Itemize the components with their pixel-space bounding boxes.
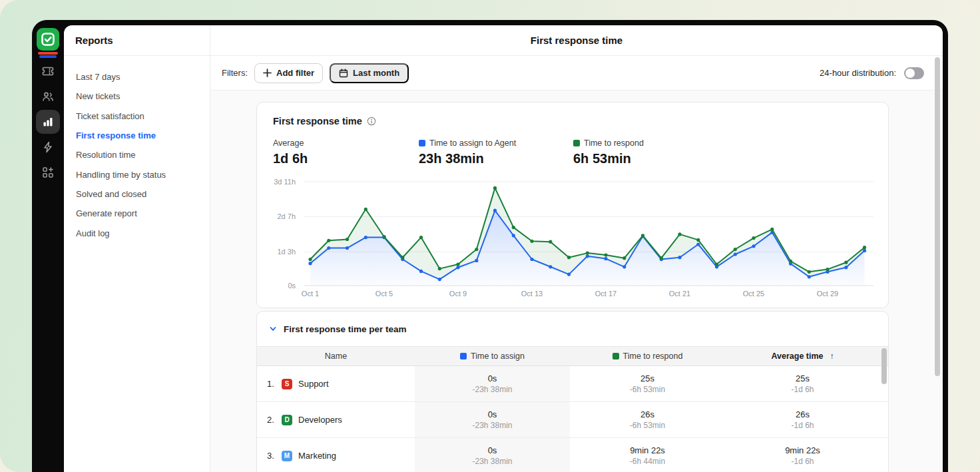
row-rank: 3. xyxy=(267,451,280,461)
average-delta: -1d 6h xyxy=(791,457,814,466)
app-rail xyxy=(32,20,64,472)
sidebar-item-last-7-days[interactable]: Last 7 days xyxy=(64,67,210,87)
reports-icon[interactable] xyxy=(36,110,60,134)
checkmark-icon xyxy=(41,32,55,47)
response-time-line-chart[interactable]: 0s1d 3h2d 7h3d 11hOct 1Oct 5Oct 9Oct 13O… xyxy=(257,171,889,304)
sidebar-item-generate-report[interactable]: Generate report xyxy=(64,204,210,223)
card-title: First response time xyxy=(273,116,362,126)
livechat-accent-blue xyxy=(39,55,57,58)
sidebar-item-audit-log[interactable]: Audit log xyxy=(64,223,210,242)
stat-respond-value: 6h 53min xyxy=(573,151,644,166)
distribution-label: 24-hour distribution: xyxy=(820,68,896,78)
table-row-support[interactable]: 1. S Support 0s -23h 38min 25s -6h 53min… xyxy=(257,366,888,402)
page-header: First response time xyxy=(210,25,943,56)
svg-text:1d 3h: 1d 3h xyxy=(277,248,296,256)
info-icon[interactable] xyxy=(367,117,376,126)
svg-text:Oct 17: Oct 17 xyxy=(595,290,616,298)
team-name: Support xyxy=(298,379,329,389)
stat-assign-value: 23h 38min xyxy=(419,151,516,166)
filters-bar: Filters: Add filter Last month 24-hour d… xyxy=(210,56,943,91)
toggle-knob xyxy=(905,69,915,78)
svg-text:0s: 0s xyxy=(288,282,296,290)
reports-sidebar: Reports Last 7 days New tickets Ticket s… xyxy=(64,25,210,472)
svg-text:2d 7h: 2d 7h xyxy=(277,212,296,220)
sidebar-item-solved-and-closed[interactable]: Solved and closed xyxy=(64,184,210,204)
svg-text:Oct 5: Oct 5 xyxy=(375,290,393,298)
column-header-time-to-assign[interactable]: Time to assign xyxy=(415,352,570,361)
date-range-button[interactable]: Last month xyxy=(330,63,409,83)
sidebar-item-new-tickets[interactable]: New tickets xyxy=(64,87,210,106)
assign-value: 0s xyxy=(488,445,497,455)
svg-text:Oct 29: Oct 29 xyxy=(817,290,838,298)
respond-delta: -6h 44min xyxy=(630,457,665,466)
average-delta: -1d 6h xyxy=(791,385,814,394)
assign-delta: -23h 38min xyxy=(472,421,512,430)
helpdesk-logo-icon[interactable] xyxy=(37,28,59,51)
stat-time-to-assign: Time to assign to Agent 23h 38min xyxy=(419,138,516,166)
stat-assign-label: Time to assign to Agent xyxy=(429,138,516,148)
average-value: 25s xyxy=(796,373,810,383)
average-value: 9min 22s xyxy=(785,445,820,455)
respond-delta: -6h 53min xyxy=(630,421,665,430)
per-team-title: First response time per team xyxy=(284,324,407,334)
team-avatar: D xyxy=(282,415,292,425)
app-window: Reports Last 7 days New tickets Ticket s… xyxy=(32,20,948,472)
sidebar-item-resolution-time[interactable]: Resolution time xyxy=(64,145,210,164)
report-content: First response time Average 1d 6h Time t… xyxy=(210,91,943,472)
legend-square-respond xyxy=(573,140,580,146)
stat-respond-label: Time to respond xyxy=(584,138,644,148)
livechat-accent-red xyxy=(38,52,58,55)
sidebar-item-handling-time-by-status[interactable]: Handling time by status xyxy=(64,164,210,184)
svg-text:Oct 21: Oct 21 xyxy=(669,290,690,298)
assign-delta: -23h 38min xyxy=(472,385,512,394)
table-row-developers[interactable]: 2. D Developers 0s -23h 38min 26s -6h 53… xyxy=(257,402,888,438)
svg-text:3d 11h: 3d 11h xyxy=(274,178,296,186)
team-avatar: S xyxy=(282,379,292,389)
reports-panel-title: Reports xyxy=(64,25,210,56)
legend-square-respond-col xyxy=(612,353,619,359)
per-team-section-header[interactable]: First response time per team xyxy=(257,312,888,346)
per-team-card: First response time per team Name Time t… xyxy=(256,311,889,472)
page-title: First response time xyxy=(531,35,622,46)
svg-text:Oct 13: Oct 13 xyxy=(521,290,543,298)
assign-value: 0s xyxy=(488,373,497,383)
stat-time-to-respond: Time to respond 6h 53min xyxy=(573,138,644,166)
svg-text:Oct 9: Oct 9 xyxy=(449,290,467,298)
table-scrollbar[interactable] xyxy=(881,348,887,384)
apps-icon[interactable] xyxy=(36,160,60,184)
column-header-average-time[interactable]: Average time ↑ xyxy=(725,352,880,361)
respond-value: 9min 22s xyxy=(630,445,665,455)
sort-asc-icon: ↑ xyxy=(830,352,834,361)
row-rank: 1. xyxy=(267,379,280,389)
team-table-header: Name Time to assign Time to respond Aver… xyxy=(257,346,888,366)
distribution-toggle[interactable] xyxy=(904,67,924,79)
automations-icon[interactable] xyxy=(36,135,60,159)
page-scrollbar[interactable] xyxy=(935,57,940,376)
calendar-icon xyxy=(339,69,348,78)
column-header-time-to-respond[interactable]: Time to respond xyxy=(570,352,725,361)
team-avatar: M xyxy=(282,451,292,461)
respond-value: 25s xyxy=(640,373,654,383)
reports-nav: Last 7 days New tickets Ticket satisfact… xyxy=(64,56,210,243)
svg-text:Oct 25: Oct 25 xyxy=(743,290,764,298)
chevron-down-icon xyxy=(269,325,277,333)
team-icon[interactable] xyxy=(36,85,60,109)
stat-average: Average 1d 6h xyxy=(273,138,308,166)
svg-text:Oct 1: Oct 1 xyxy=(302,290,319,298)
stat-average-value: 1d 6h xyxy=(273,151,308,166)
plus-icon xyxy=(263,69,272,77)
main-area: First response time Filters: Add filter … xyxy=(210,25,943,472)
add-filter-button[interactable]: Add filter xyxy=(254,63,323,83)
sidebar-item-first-response-time[interactable]: First response time xyxy=(64,126,210,145)
tickets-icon[interactable] xyxy=(36,59,60,83)
team-name: Marketing xyxy=(298,451,336,461)
row-rank: 2. xyxy=(267,415,280,425)
assign-delta: -23h 38min xyxy=(472,457,512,466)
assign-value: 0s xyxy=(488,409,497,419)
table-row-marketing[interactable]: 3. M Marketing 0s -23h 38min 9min 22s -6… xyxy=(257,438,888,472)
stat-average-label: Average xyxy=(273,138,304,148)
sidebar-item-ticket-satisfaction[interactable]: Ticket satisfaction xyxy=(64,107,210,126)
respond-value: 26s xyxy=(640,409,654,419)
column-header-name[interactable]: Name xyxy=(257,352,415,361)
legend-square-assign-col xyxy=(460,353,467,359)
